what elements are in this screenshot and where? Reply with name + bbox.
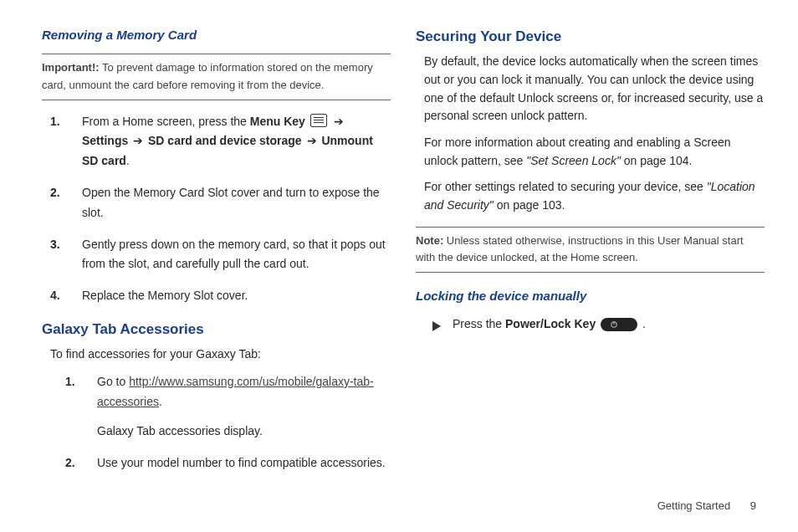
list-item: 2. Open the Memory Card Slot cover and t… bbox=[67, 183, 391, 223]
page-footer: Getting Started 9 bbox=[657, 499, 756, 512]
lock-pre: Press the bbox=[453, 317, 505, 330]
accessories-intro: To find accessories for your Gaxaxy Tab: bbox=[50, 345, 391, 364]
sec-p2-post: on page 104. bbox=[621, 154, 693, 167]
step-1-text-post: . bbox=[126, 154, 130, 167]
step-number: 2. bbox=[50, 183, 60, 203]
triangle-bullet-icon bbox=[432, 318, 441, 336]
right-column: Securing Your Device By default, the dev… bbox=[416, 25, 765, 485]
step-1-text-pre: From a Home screen, press the bbox=[82, 115, 250, 128]
step-3-text: Gently press down on the memory card, so… bbox=[82, 238, 386, 271]
menu-key-icon bbox=[310, 114, 327, 127]
heading-locking-device-manually: Locking the device manually bbox=[416, 286, 765, 306]
step-4-text: Replace the Memory Slot cover. bbox=[82, 289, 248, 302]
two-column-layout: Removing a Memory Card Important!: To pr… bbox=[42, 25, 765, 485]
settings-label: Settings bbox=[82, 134, 128, 147]
sec-p3-post: on page 103. bbox=[494, 198, 565, 212]
accessories-link[interactable]: http://www.samsung.com/us/mobile/galaxy-… bbox=[97, 375, 374, 408]
list-item: 1. From a Home screen, press the Menu Ke… bbox=[67, 112, 391, 171]
acc-step-1-sub: Galaxy Tab accessories display. bbox=[97, 424, 263, 437]
lock-post: . bbox=[639, 317, 646, 330]
locking-step-text: Press the Power/Lock Key . bbox=[453, 315, 646, 333]
note-box: Note: Unless stated otherwise, instructi… bbox=[416, 227, 765, 274]
sec-p3-pre: For other settings related to securing y… bbox=[424, 180, 707, 193]
list-item: 3. Gently press down on the memory card,… bbox=[67, 235, 391, 275]
svg-marker-0 bbox=[432, 321, 441, 331]
heading-galaxy-tab-accessories: Galaxy Tab Accessories bbox=[42, 318, 391, 340]
arrow-icon: ➔ bbox=[307, 131, 317, 151]
step-2-text: Open the Memory Card Slot cover and turn… bbox=[82, 186, 380, 219]
svg-rect-1 bbox=[601, 318, 637, 331]
heading-removing-memory-card: Removing a Memory Card bbox=[42, 25, 391, 45]
important-box: Important!: To prevent damage to informa… bbox=[42, 54, 391, 100]
footer-page-number: 9 bbox=[750, 499, 756, 512]
step-number: 3. bbox=[50, 235, 60, 255]
securing-paragraph-3: For other settings related to securing y… bbox=[424, 178, 765, 214]
menu-key-label: Menu Key bbox=[250, 115, 305, 128]
arrow-icon: ➔ bbox=[334, 112, 344, 132]
acc-step-1-post: . bbox=[159, 395, 162, 408]
power-lock-key-icon bbox=[601, 318, 637, 331]
footer-section-name: Getting Started bbox=[657, 499, 730, 512]
note-label: Note: bbox=[416, 234, 443, 247]
list-item: 4. Replace the Memory Slot cover. bbox=[67, 286, 391, 306]
list-item: 2. Use your model number to find compati… bbox=[82, 453, 391, 473]
accessories-steps-list: 1. Go to http://www.samsung.com/us/mobil… bbox=[42, 372, 391, 473]
locking-step-row: Press the Power/Lock Key . bbox=[432, 315, 765, 336]
note-text: Unless stated otherwise, instructions in… bbox=[416, 234, 744, 264]
securing-paragraph-1: By default, the device locks automatical… bbox=[424, 53, 765, 125]
acc-step-1-pre: Go to bbox=[97, 375, 129, 388]
sd-card-storage-label: SD card and device storage bbox=[148, 134, 302, 147]
heading-securing-your-device: Securing Your Device bbox=[416, 25, 765, 48]
manual-page: Removing a Memory Card Important!: To pr… bbox=[0, 0, 798, 532]
acc-step-2-text: Use your model number to find compatible… bbox=[97, 456, 386, 469]
arrow-icon: ➔ bbox=[133, 131, 143, 151]
step-number: 1. bbox=[50, 112, 60, 132]
important-label: Important!: bbox=[42, 61, 100, 74]
step-number: 2. bbox=[65, 453, 75, 473]
removing-steps-list: 1. From a Home screen, press the Menu Ke… bbox=[42, 112, 391, 306]
step-number: 1. bbox=[65, 372, 75, 392]
set-screen-lock-ref: "Set Screen Lock" bbox=[526, 154, 621, 167]
list-item: 1. Go to http://www.samsung.com/us/mobil… bbox=[82, 372, 391, 442]
left-column: Removing a Memory Card Important!: To pr… bbox=[42, 25, 391, 485]
securing-paragraph-2: For more information about creating and … bbox=[424, 134, 765, 170]
step-number: 4. bbox=[50, 286, 60, 306]
power-lock-key-label: Power/Lock Key bbox=[505, 317, 596, 330]
